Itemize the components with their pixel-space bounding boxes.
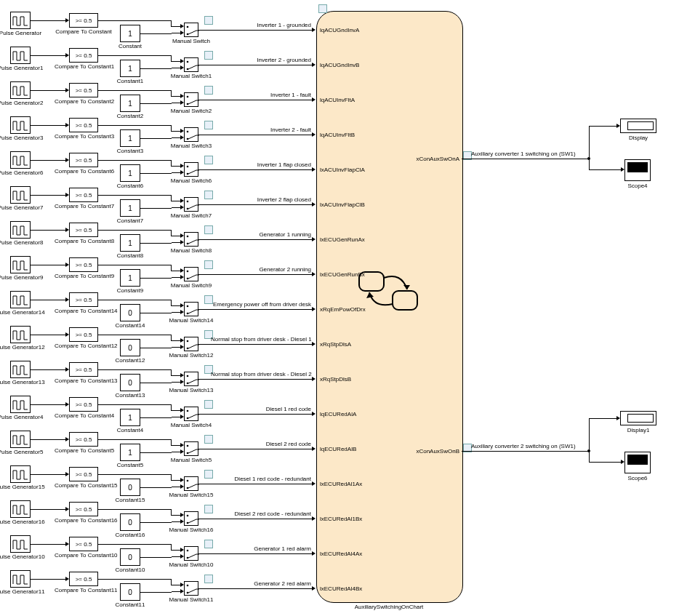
pulse-generator-block[interactable] [10, 151, 31, 169]
manual-switch-label: Manual Switch3 [166, 143, 217, 149]
compare-to-constant-block[interactable]: >= 0.5 [69, 257, 98, 272]
constant-block[interactable]: 0 [120, 374, 140, 391]
svg-point-25 [187, 208, 189, 210]
display-block[interactable] [620, 411, 656, 425]
manual-switch-block[interactable] [184, 197, 198, 212]
pulse-generator-block[interactable] [10, 12, 31, 29]
compare-to-constant-block[interactable]: >= 0.5 [69, 223, 98, 237]
svg-line-30 [188, 240, 196, 244]
pulse-generator-block[interactable] [10, 116, 31, 134]
manual-switch-block[interactable] [184, 476, 198, 491]
compare-to-constant-block[interactable]: >= 0.5 [69, 572, 98, 586]
constant-block[interactable]: 1 [120, 269, 140, 287]
manual-switch-label: Manual Switch9 [166, 282, 217, 289]
constant-block[interactable]: 1 [120, 234, 140, 252]
constant-block[interactable]: 0 [120, 583, 140, 601]
manual-switch-block[interactable] [184, 302, 198, 316]
compare-to-constant-block[interactable]: >= 0.5 [69, 502, 98, 516]
manual-switch-block[interactable] [184, 337, 198, 351]
compare-to-constant-block[interactable]: >= 0.5 [69, 188, 98, 202]
signal-label: Normal stop from driver desk - Diesel 1 [211, 336, 311, 343]
display-block[interactable] [620, 119, 656, 133]
constant-block[interactable]: 1 [120, 95, 140, 112]
switch-icon [185, 93, 199, 108]
constant-block[interactable]: 0 [120, 513, 140, 531]
pulse-generator-block[interactable] [10, 361, 31, 378]
constant-label: Constant2 [109, 113, 151, 119]
manual-switch-block[interactable] [184, 23, 198, 37]
manual-switch-block[interactable] [184, 546, 198, 561]
manual-switch-block[interactable] [184, 92, 198, 107]
manual-switch-block[interactable] [184, 441, 198, 456]
svg-point-12 [187, 96, 189, 98]
switch-icon [185, 303, 199, 317]
constant-block[interactable]: 0 [120, 339, 140, 356]
compare-to-constant-block[interactable]: >= 0.5 [69, 362, 98, 377]
constant-block[interactable]: 0 [120, 479, 140, 496]
manual-switch-block[interactable] [184, 162, 198, 177]
pulse-generator-block[interactable] [10, 535, 31, 553]
pulse-generator-label: Pulse Generator2 [0, 100, 45, 106]
constant-block[interactable]: 1 [120, 444, 140, 461]
svg-point-13 [187, 103, 189, 105]
pulse-generator-block[interactable] [10, 465, 31, 483]
manual-switch-label: Manual Switch13 [166, 387, 217, 393]
compare-to-constant-block[interactable]: >= 0.5 [69, 467, 98, 481]
signal-label: Inverter 2 flap closed [211, 196, 311, 203]
chart-name-label: AuxiliarySwitchingOnChart [316, 604, 462, 610]
compare-to-constant-block[interactable]: >= 0.5 [69, 432, 98, 447]
switch-icon [185, 268, 199, 282]
svg-point-20 [187, 166, 189, 168]
svg-point-57 [187, 487, 189, 489]
pulse-generator-block[interactable] [10, 47, 31, 64]
pulse-generator-block[interactable] [10, 291, 31, 308]
pulse-generator-block[interactable] [10, 396, 31, 413]
scope-block[interactable] [624, 452, 651, 473]
constant-block[interactable]: 1 [120, 199, 140, 217]
manual-switch-block[interactable] [184, 511, 198, 526]
constant-block[interactable]: 1 [120, 409, 140, 426]
compare-label: Compare To Constant13 [55, 377, 113, 384]
pulse-generator-block[interactable] [10, 431, 31, 448]
svg-point-64 [187, 550, 189, 552]
pulse-icon [11, 117, 31, 135]
manual-switch-block[interactable] [184, 57, 198, 72]
compare-to-constant-block[interactable]: >= 0.5 [69, 292, 98, 307]
manual-switch-block[interactable] [184, 267, 198, 281]
svg-point-69 [187, 592, 189, 594]
manual-switch-label: Manual Switch5 [166, 457, 217, 463]
pulse-generator-block[interactable] [10, 81, 31, 99]
compare-to-constant-block[interactable]: >= 0.5 [69, 153, 98, 167]
pulse-generator-block[interactable] [10, 570, 31, 588]
pulse-generator-block[interactable] [10, 326, 31, 343]
pulse-generator-block[interactable] [10, 256, 31, 273]
compare-to-constant-block[interactable]: >= 0.5 [69, 327, 98, 342]
manual-switch-block[interactable] [184, 407, 198, 421]
manual-switch-block[interactable] [184, 372, 198, 386]
compare-to-constant-block[interactable]: >= 0.5 [69, 13, 98, 28]
pulse-generator-block[interactable] [10, 221, 31, 239]
scope-block[interactable] [624, 159, 651, 181]
compare-to-constant-block[interactable]: >= 0.5 [69, 118, 98, 132]
manual-switch-block[interactable] [184, 127, 198, 142]
constant-block[interactable]: 1 [120, 164, 140, 182]
manual-switch-block[interactable] [184, 581, 198, 596]
manual-switch-block[interactable] [184, 232, 198, 247]
svg-rect-1 [393, 291, 417, 310]
constant-block[interactable]: 1 [120, 60, 140, 77]
constant-block[interactable]: 1 [120, 129, 140, 147]
compare-to-constant-block[interactable]: >= 0.5 [69, 83, 98, 97]
input-port-label: xRqStpDlsB [320, 376, 351, 383]
pulse-generator-block[interactable] [10, 500, 31, 518]
manual-switch-label: Manual Switch6 [166, 177, 217, 184]
compare-to-constant-block[interactable]: >= 0.5 [69, 397, 98, 412]
constant-block[interactable]: 0 [120, 304, 140, 321]
switch-icon [185, 337, 199, 352]
pulse-generator-block[interactable] [10, 186, 31, 204]
output-signal-label: Auxiliary converter 1 switching on (SW1) [471, 151, 595, 157]
scope-label: Scope6 [614, 475, 661, 481]
compare-to-constant-block[interactable]: >= 0.5 [69, 48, 98, 63]
constant-block[interactable]: 1 [120, 25, 140, 42]
compare-to-constant-block[interactable]: >= 0.5 [69, 537, 98, 551]
constant-block[interactable]: 0 [120, 548, 140, 566]
